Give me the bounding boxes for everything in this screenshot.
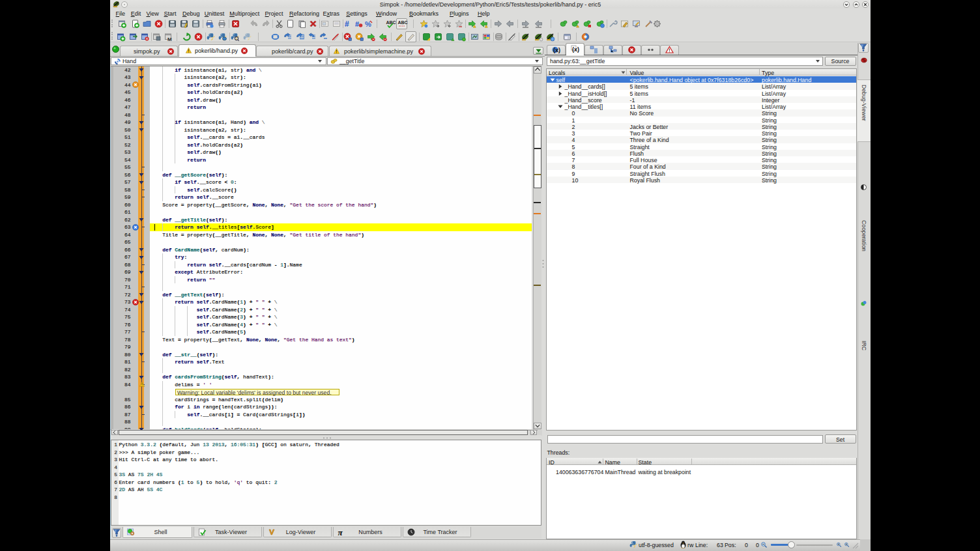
svg-text:(x): (x) (553, 47, 560, 53)
svg-text:ABC: ABC (398, 20, 408, 25)
svg-text:π: π (338, 528, 343, 537)
svg-text:M: M (167, 36, 172, 42)
svg-text:#: # (345, 20, 349, 29)
svg-text:ABC: ABC (386, 20, 396, 25)
svg-text:#: # (355, 20, 359, 28)
svg-text:(x): (x) (572, 46, 579, 53)
